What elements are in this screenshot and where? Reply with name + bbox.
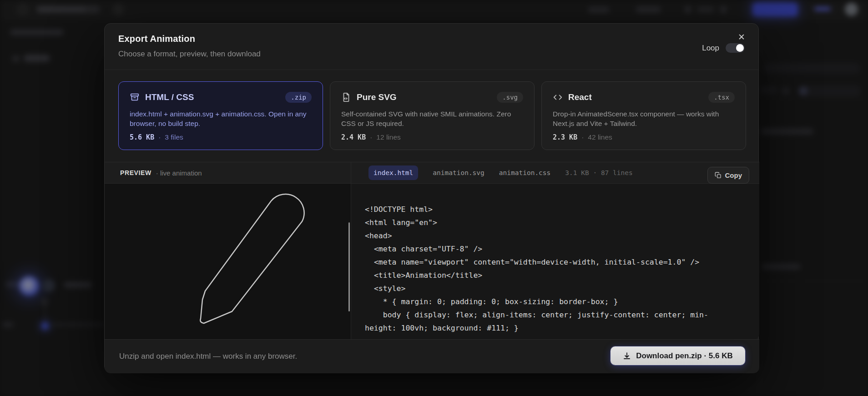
file-meta: 3.1 KB · 87 lines	[565, 169, 632, 176]
format-card-pure-svg[interactable]: Pure SVG .svg Self-contained SVG with na…	[330, 81, 535, 150]
download-label: Download pen.zip · 5.6 KB	[636, 351, 733, 361]
download-icon	[623, 352, 631, 360]
code-tabs-bar: index.html animation.svg animation.css 3…	[351, 162, 759, 184]
dot-separator: ·	[370, 133, 372, 141]
dialog-content: PREVIEW · live animation index.html anim…	[105, 162, 759, 339]
tab-animation-svg[interactable]: animation.svg	[433, 169, 484, 176]
pencil-outline-drawing	[105, 184, 351, 340]
loop-label: Loop	[702, 44, 719, 53]
dialog-footer: Unzip and open index.html — works in any…	[105, 339, 759, 373]
code-icon	[553, 92, 563, 102]
loop-control: Loop	[702, 43, 745, 53]
preview-scrollbar[interactable]	[348, 222, 350, 311]
footer-hint: Unzip and open index.html — works in any…	[119, 352, 297, 361]
format-card-html-css[interactable]: HTML / CSS .zip index.html + animation.s…	[118, 81, 323, 150]
close-icon[interactable]: ✕	[735, 30, 748, 44]
dialog-header: Export Animation Choose a format, previe…	[105, 24, 758, 70]
code-content[interactable]: <!DOCTYPE html> <html lang="en"> <head> …	[365, 203, 729, 335]
export-animation-dialog: Export Animation Choose a format, previe…	[104, 23, 759, 373]
preview-label: PREVIEW	[120, 169, 151, 176]
preview-pane: PREVIEW · live animation	[105, 162, 351, 340]
copy-button[interactable]: Copy	[707, 167, 750, 184]
format-size: 5.6 KB	[130, 133, 154, 141]
dialog-subtitle: Choose a format, preview, then download	[118, 50, 261, 59]
preview-sublabel: · live animation	[156, 169, 202, 177]
dot-separator: ·	[158, 133, 161, 141]
format-name: Pure SVG	[357, 92, 397, 102]
format-cards: HTML / CSS .zip index.html + animation.s…	[118, 81, 746, 150]
format-badge: .svg	[497, 92, 523, 103]
format-detail: 12 lines	[376, 133, 400, 141]
format-description: Self-contained SVG with native SMIL anim…	[341, 109, 523, 128]
tab-animation-css[interactable]: animation.css	[499, 169, 551, 176]
format-badge: .tsx	[708, 92, 735, 103]
format-badge: .zip	[285, 92, 312, 103]
format-card-react[interactable]: React .tsx Drop-in AnimatedScene.tsx com…	[541, 81, 746, 150]
tab-index-html[interactable]: index.html	[368, 165, 418, 180]
format-name: React	[568, 92, 592, 102]
preview-header: PREVIEW · live animation	[105, 162, 351, 184]
animation-preview-canvas	[105, 184, 351, 340]
toggle-knob	[736, 44, 744, 52]
format-size: 2.4 KB	[341, 133, 366, 141]
dialog-title: Export Animation	[118, 34, 195, 44]
format-detail: 42 lines	[588, 133, 612, 141]
dot-separator: ·	[581, 133, 584, 141]
format-size: 2.3 KB	[553, 133, 577, 141]
code-pane: index.html animation.svg animation.css 3…	[351, 162, 759, 340]
copy-label: Copy	[725, 171, 742, 179]
format-name: HTML / CSS	[145, 92, 194, 102]
format-description: Drop-in AnimatedScene.tsx component — wo…	[553, 109, 735, 128]
format-detail: 3 files	[165, 133, 183, 141]
archive-icon	[130, 92, 140, 102]
copy-icon	[715, 172, 722, 179]
download-button[interactable]: Download pen.zip · 5.6 KB	[611, 346, 745, 365]
format-description: index.html + animation.svg + animation.c…	[130, 109, 312, 128]
loop-toggle[interactable]	[726, 43, 745, 53]
screen: Export Animation Choose a format, previe…	[0, 0, 868, 396]
file-code-icon	[341, 92, 351, 102]
